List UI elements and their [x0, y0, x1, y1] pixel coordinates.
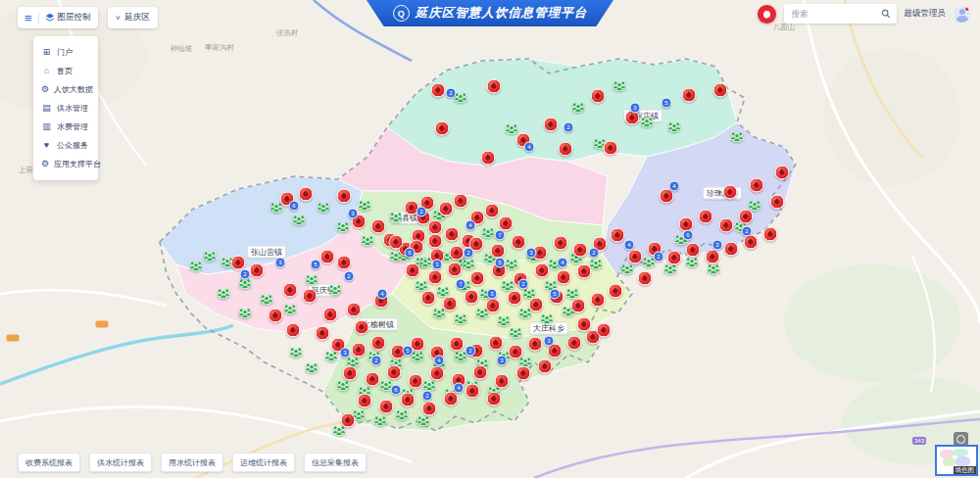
search-icon[interactable] — [881, 9, 891, 19]
cluster-count-badge[interactable]: 2 — [422, 391, 433, 402]
alert-marker[interactable] — [250, 263, 265, 278]
crowd-marker[interactable] — [395, 406, 410, 424]
crowd-marker[interactable] — [305, 271, 319, 289]
cluster-count-badge[interactable]: 5 — [311, 260, 321, 270]
crowd-marker[interactable] — [730, 128, 745, 146]
alert-marker[interactable] — [577, 317, 592, 332]
alert-marker[interactable] — [529, 298, 544, 312]
alert-marker[interactable] — [597, 323, 612, 338]
alert-marker[interactable] — [682, 88, 697, 103]
sidebar-item-5[interactable]: ♥公众服务 — [33, 136, 98, 155]
alert-marker[interactable] — [231, 256, 246, 270]
alert-marker[interactable] — [485, 204, 500, 218]
alert-marker[interactable] — [499, 216, 514, 231]
alert-marker[interactable] — [481, 151, 496, 166]
cluster-count-badge[interactable]: 6 — [683, 230, 694, 241]
alert-marker[interactable] — [470, 271, 485, 286]
cluster-count-badge[interactable]: 2 — [742, 226, 753, 237]
crowd-marker[interactable] — [289, 344, 304, 361]
alert-marker[interactable] — [528, 337, 543, 352]
alert-marker[interactable] — [577, 264, 592, 279]
cluster-count-badge[interactable]: 6 — [405, 248, 416, 259]
alert-marker[interactable] — [430, 366, 445, 381]
alert-marker[interactable] — [299, 187, 314, 202]
cluster-count-badge[interactable]: 4 — [466, 220, 476, 231]
alert-marker[interactable] — [487, 79, 502, 94]
alert-marker[interactable] — [509, 345, 523, 359]
alert-marker[interactable] — [337, 189, 352, 204]
alert-marker[interactable] — [303, 289, 318, 304]
crowd-marker[interactable] — [317, 199, 331, 216]
alert-marker[interactable] — [465, 290, 479, 305]
cluster-count-badge[interactable]: 5 — [550, 289, 561, 300]
alert-marker[interactable] — [422, 402, 437, 416]
cluster-count-badge[interactable]: 4 — [624, 240, 635, 251]
alert-marker[interactable] — [371, 219, 386, 234]
alert-marker[interactable] — [316, 326, 330, 341]
sidebar-item-4[interactable]: ▥水费管理 — [33, 118, 98, 136]
alert-marker[interactable] — [387, 365, 402, 380]
alert-marker[interactable] — [719, 218, 734, 233]
alert-marker[interactable] — [770, 195, 785, 210]
crowd-marker[interactable] — [189, 258, 204, 275]
alert-marker[interactable] — [448, 263, 463, 277]
user-avatar[interactable] — [954, 6, 970, 23]
crowd-marker[interactable] — [203, 248, 218, 265]
alert-marker[interactable] — [686, 243, 701, 258]
crowd-marker[interactable] — [454, 311, 468, 328]
alert-marker[interactable] — [609, 284, 623, 299]
cluster-count-badge[interactable]: 2 — [589, 248, 600, 259]
crowd-marker[interactable] — [283, 301, 298, 318]
alert-marker[interactable] — [379, 400, 394, 414]
alert-marker[interactable] — [512, 235, 526, 250]
alert-marker[interactable] — [508, 291, 522, 306]
alert-marker[interactable] — [444, 392, 459, 406]
alert-marker[interactable] — [337, 256, 352, 270]
crowd-marker[interactable] — [571, 99, 586, 117]
search-input[interactable] — [790, 8, 877, 20]
alert-marker[interactable] — [450, 337, 465, 352]
alert-marker[interactable] — [454, 194, 468, 209]
alert-marker[interactable] — [487, 392, 502, 406]
crowd-marker[interactable] — [238, 305, 253, 322]
crowd-marker[interactable] — [505, 256, 519, 273]
layer-control-button[interactable]: 图层控制 — [45, 12, 91, 24]
alert-marker[interactable] — [723, 185, 738, 200]
alert-marker[interactable] — [473, 365, 488, 380]
cluster-count-badge[interactable]: 3 — [630, 103, 641, 114]
cluster-count-badge[interactable]: 2 — [466, 346, 476, 357]
sidebar-item-0[interactable]: ⊞门户 — [33, 43, 98, 62]
alert-marker[interactable] — [706, 250, 720, 264]
alert-marker[interactable] — [406, 263, 420, 278]
alert-marker[interactable] — [604, 141, 618, 156]
alert-marker[interactable] — [763, 227, 778, 242]
crowd-marker[interactable] — [336, 218, 351, 236]
alert-marker[interactable] — [571, 299, 586, 313]
alert-marker[interactable] — [450, 246, 465, 261]
cluster-count-badge[interactable]: 6 — [391, 385, 402, 396]
menu-toggle-icon[interactable]: ≡ — [24, 12, 32, 24]
sidebar-item-3[interactable]: ▤供水管理 — [33, 99, 98, 118]
alert-marker[interactable] — [495, 374, 510, 389]
alert-marker[interactable] — [347, 303, 362, 317]
cluster-count-badge[interactable]: 3 — [275, 258, 286, 268]
cluster-count-badge[interactable]: 3 — [544, 336, 555, 347]
report-button-1[interactable]: 供水统计报表 — [89, 453, 152, 472]
alert-marker[interactable] — [739, 210, 754, 224]
alert-marker[interactable] — [489, 336, 504, 351]
cluster-count-badge[interactable]: 4 — [434, 356, 445, 366]
cluster-count-badge[interactable]: 2 — [446, 88, 457, 99]
crowd-marker[interactable] — [305, 359, 319, 377]
alert-marker[interactable] — [439, 202, 454, 216]
crowd-marker[interactable] — [361, 232, 375, 250]
report-button-2[interactable]: 用水统计报表 — [161, 453, 223, 472]
cluster-count-badge[interactable]: 5 — [495, 258, 506, 268]
cluster-count-badge[interactable]: 2 — [518, 279, 529, 290]
cluster-count-badge[interactable]: 2 — [564, 122, 574, 133]
alert-marker[interactable] — [667, 251, 682, 265]
cluster-count-badge[interactable]: 2 — [371, 356, 382, 366]
crowd-marker[interactable] — [292, 212, 307, 229]
alert-marker[interactable] — [445, 227, 460, 242]
alert-marker[interactable] — [591, 293, 606, 308]
alert-marker[interactable] — [724, 242, 739, 257]
